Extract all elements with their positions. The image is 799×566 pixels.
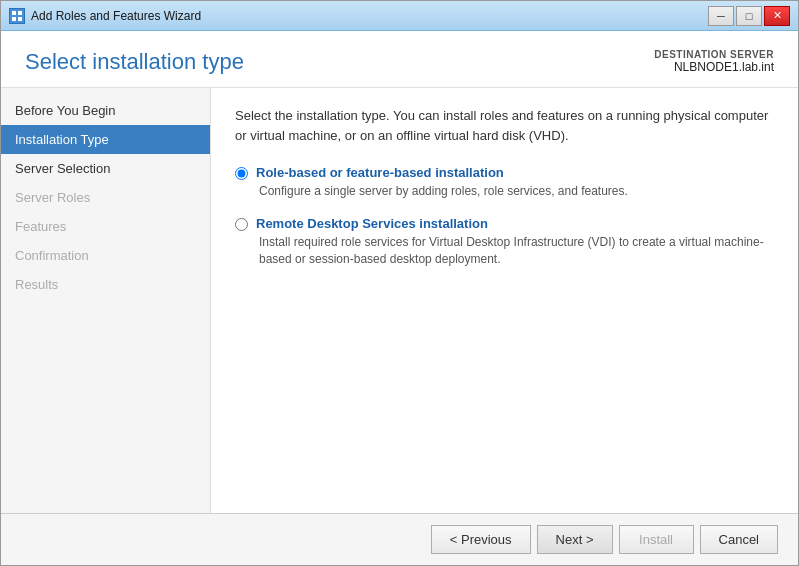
option-remote-desktop-desc: Install required role services for Virtu… (259, 234, 774, 268)
option-role-based-title: Role-based or feature-based installation (256, 165, 504, 180)
svg-rect-2 (12, 17, 16, 21)
option-remote-desktop: Remote Desktop Services installation Ins… (235, 216, 774, 268)
next-button[interactable]: Next > (537, 525, 613, 554)
sidebar-item-before-you-begin[interactable]: Before You Begin (1, 96, 210, 125)
svg-rect-0 (12, 11, 16, 15)
option-role-based-label[interactable]: Role-based or feature-based installation (235, 165, 774, 180)
title-bar-left: Add Roles and Features Wizard (9, 8, 201, 24)
sidebar-item-results: Results (1, 270, 210, 299)
title-bar: Add Roles and Features Wizard ─ □ ✕ (1, 1, 798, 31)
content-area: Select installation type DESTINATION SER… (1, 31, 798, 565)
header-section: Select installation type DESTINATION SER… (1, 31, 798, 88)
previous-button[interactable]: < Previous (431, 525, 531, 554)
option-role-based: Role-based or feature-based installation… (235, 165, 774, 200)
close-button[interactable]: ✕ (764, 6, 790, 26)
maximize-button[interactable]: □ (736, 6, 762, 26)
page-title: Select installation type (25, 49, 244, 75)
destination-server: NLBNODE1.lab.int (654, 60, 774, 74)
sidebar: Before You Begin Installation Type Serve… (1, 88, 211, 513)
minimize-button[interactable]: ─ (708, 6, 734, 26)
wizard-window: Add Roles and Features Wizard ─ □ ✕ Sele… (0, 0, 799, 566)
destination-info: DESTINATION SERVER NLBNODE1.lab.int (654, 49, 774, 74)
sidebar-item-server-roles: Server Roles (1, 183, 210, 212)
svg-rect-3 (18, 17, 22, 21)
window-title: Add Roles and Features Wizard (31, 9, 201, 23)
sidebar-item-installation-type[interactable]: Installation Type (1, 125, 210, 154)
radio-role-based[interactable] (235, 167, 248, 180)
option-role-based-desc: Configure a single server by adding role… (259, 183, 774, 200)
destination-label: DESTINATION SERVER (654, 49, 774, 60)
option-role-based-content: Role-based or feature-based installation (256, 165, 504, 180)
window-controls: ─ □ ✕ (708, 6, 790, 26)
main-body: Before You Begin Installation Type Serve… (1, 88, 798, 513)
radio-remote-desktop[interactable] (235, 218, 248, 231)
svg-rect-1 (18, 11, 22, 15)
main-content: Select the installation type. You can in… (211, 88, 798, 513)
footer: < Previous Next > Install Cancel (1, 513, 798, 565)
sidebar-item-features: Features (1, 212, 210, 241)
app-icon (9, 8, 25, 24)
cancel-button[interactable]: Cancel (700, 525, 778, 554)
option-remote-desktop-title: Remote Desktop Services installation (256, 216, 488, 231)
sidebar-item-server-selection[interactable]: Server Selection (1, 154, 210, 183)
install-button: Install (619, 525, 694, 554)
option-remote-desktop-content: Remote Desktop Services installation (256, 216, 488, 231)
sidebar-item-confirmation: Confirmation (1, 241, 210, 270)
option-remote-desktop-label[interactable]: Remote Desktop Services installation (235, 216, 774, 231)
description-text: Select the installation type. You can in… (235, 106, 774, 145)
